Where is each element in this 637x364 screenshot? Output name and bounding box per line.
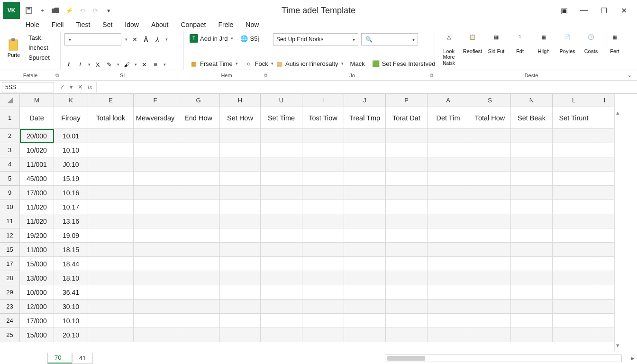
cell[interactable] bbox=[595, 285, 614, 300]
cell[interactable] bbox=[134, 328, 177, 342]
cell[interactable] bbox=[469, 172, 511, 186]
cell[interactable] bbox=[134, 271, 177, 285]
header-cell[interactable]: End How bbox=[177, 107, 220, 129]
cell[interactable] bbox=[134, 314, 177, 328]
cell[interactable] bbox=[220, 271, 261, 285]
menu-tab[interactable]: Hole bbox=[26, 21, 39, 28]
cell[interactable] bbox=[88, 228, 134, 243]
cell[interactable] bbox=[302, 285, 344, 300]
cancel-fx-icon[interactable]: ✕ bbox=[78, 83, 83, 91]
cell[interactable] bbox=[302, 300, 344, 314]
cell[interactable] bbox=[469, 200, 511, 214]
cell[interactable] bbox=[344, 328, 386, 342]
cell[interactable] bbox=[428, 172, 469, 186]
new-icon[interactable]: + bbox=[38, 6, 46, 15]
cell[interactable] bbox=[595, 257, 614, 271]
cell[interactable] bbox=[134, 243, 177, 257]
cell[interactable] bbox=[511, 328, 553, 342]
cell[interactable] bbox=[469, 228, 511, 243]
cell[interactable]: 10.10 bbox=[54, 143, 88, 157]
cell[interactable] bbox=[386, 129, 428, 143]
cell[interactable] bbox=[220, 328, 261, 342]
cell[interactable] bbox=[134, 257, 177, 271]
cell[interactable] bbox=[302, 186, 344, 200]
cell[interactable]: 12/000 bbox=[20, 300, 54, 314]
select-all-corner[interactable] bbox=[0, 94, 20, 107]
cell[interactable] bbox=[344, 228, 386, 243]
cell[interactable] bbox=[177, 200, 220, 214]
column-header[interactable]: M bbox=[20, 94, 54, 107]
cell[interactable] bbox=[386, 243, 428, 257]
cell[interactable] bbox=[428, 214, 469, 228]
cell[interactable] bbox=[88, 271, 134, 285]
cell[interactable] bbox=[595, 172, 614, 186]
cell[interactable] bbox=[428, 228, 469, 243]
cell[interactable] bbox=[344, 200, 386, 214]
cell[interactable] bbox=[88, 257, 134, 271]
cell[interactable] bbox=[302, 200, 344, 214]
cell[interactable] bbox=[88, 214, 134, 228]
cell[interactable]: 11/020 bbox=[20, 214, 54, 228]
cell[interactable] bbox=[428, 314, 469, 328]
cell[interactable]: 18.44 bbox=[54, 257, 88, 271]
cell[interactable] bbox=[134, 157, 177, 172]
cell[interactable] bbox=[553, 243, 595, 257]
scrollbar-thumb[interactable] bbox=[387, 356, 425, 361]
cell[interactable] bbox=[177, 314, 220, 328]
cell[interactable] bbox=[511, 157, 553, 172]
cell[interactable]: 36.41 bbox=[54, 285, 88, 300]
column-header[interactable]: S bbox=[469, 94, 511, 107]
cell[interactable] bbox=[177, 285, 220, 300]
cell[interactable] bbox=[553, 257, 595, 271]
cell[interactable] bbox=[177, 328, 220, 342]
row-header[interactable]: 23 bbox=[0, 300, 20, 314]
cell[interactable] bbox=[428, 285, 469, 300]
cell[interactable] bbox=[220, 285, 261, 300]
qat-more-icon[interactable]: ▾ bbox=[104, 6, 113, 15]
sheet-tab-active[interactable]: 70_ bbox=[47, 353, 72, 364]
cell[interactable]: 10/020 bbox=[20, 143, 54, 157]
header-cell[interactable]: Det Tim bbox=[428, 107, 469, 129]
column-header[interactable]: F bbox=[134, 94, 177, 107]
cell[interactable] bbox=[553, 285, 595, 300]
cell[interactable] bbox=[553, 129, 595, 143]
menu-tab[interactable]: Fiell bbox=[52, 21, 64, 28]
cell[interactable] bbox=[595, 243, 614, 257]
collapse-ribbon-icon[interactable]: ⌄ bbox=[628, 72, 632, 78]
cell[interactable] bbox=[261, 271, 302, 285]
cell[interactable]: 30.10 bbox=[54, 300, 88, 314]
cell[interactable] bbox=[469, 257, 511, 271]
cell[interactable] bbox=[261, 143, 302, 157]
secondary-combo[interactable]: 🔍▾ bbox=[361, 33, 418, 46]
cell[interactable] bbox=[469, 143, 511, 157]
cell[interactable] bbox=[553, 214, 595, 228]
cell[interactable] bbox=[344, 129, 386, 143]
cell[interactable] bbox=[344, 271, 386, 285]
cell[interactable] bbox=[261, 157, 302, 172]
menu-tab[interactable]: Tiest bbox=[76, 21, 90, 28]
cell[interactable] bbox=[302, 143, 344, 157]
cell[interactable] bbox=[553, 328, 595, 342]
ribbon-big-button[interactable]: 📋Reofiest bbox=[463, 34, 482, 54]
cell[interactable] bbox=[469, 271, 511, 285]
cell[interactable] bbox=[386, 157, 428, 172]
cell[interactable] bbox=[302, 328, 344, 342]
redo-icon[interactable]: ⟳ bbox=[91, 6, 100, 15]
cell[interactable] bbox=[220, 129, 261, 143]
cell[interactable] bbox=[344, 243, 386, 257]
horizontal-scrollbar[interactable] bbox=[385, 355, 622, 362]
cell[interactable] bbox=[469, 129, 511, 143]
ribbon-big-button[interactable]: 📄Poyles bbox=[557, 34, 577, 54]
cell[interactable] bbox=[220, 200, 261, 214]
cell[interactable] bbox=[88, 157, 134, 172]
cell[interactable] bbox=[469, 300, 511, 314]
save-icon[interactable] bbox=[25, 6, 33, 15]
font-name-combo[interactable]: ▾ bbox=[64, 33, 121, 46]
cell[interactable] bbox=[386, 257, 428, 271]
row-header[interactable]: 15 bbox=[0, 243, 20, 257]
cell[interactable] bbox=[469, 285, 511, 300]
ribbon-big-button[interactable]: ▦Hligh bbox=[534, 34, 554, 54]
cell[interactable] bbox=[302, 314, 344, 328]
brush-icon[interactable]: 🖌 bbox=[122, 60, 131, 69]
cell[interactable] bbox=[469, 157, 511, 172]
